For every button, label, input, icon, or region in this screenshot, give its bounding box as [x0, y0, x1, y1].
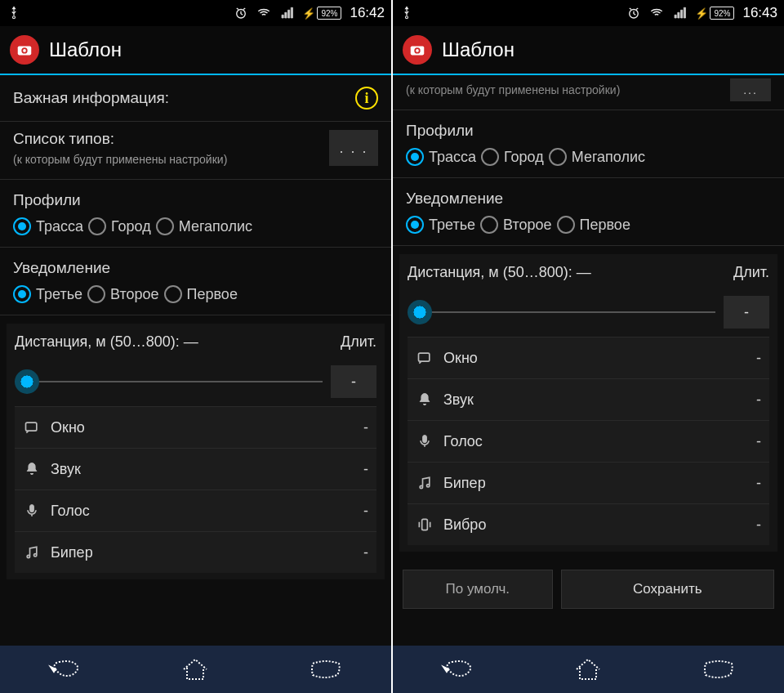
nav-back[interactable]	[41, 653, 90, 686]
slider-thumb[interactable]	[15, 369, 39, 394]
radio-third[interactable]: Третье	[406, 216, 475, 234]
list-item-value: -	[363, 503, 368, 520]
content-area: Важная информация: i Список типов: (к ко…	[0, 75, 391, 646]
status-bar: ⚡ 92% 16:42	[0, 0, 391, 26]
nav-home[interactable]	[171, 653, 220, 686]
list-item-value: -	[363, 419, 368, 436]
radio-label: Второе	[110, 286, 159, 303]
list-item-value: -	[756, 475, 761, 492]
list-item-beeper[interactable]: Бипер -	[408, 462, 769, 503]
radio-first[interactable]: Первое	[557, 216, 630, 234]
signal-icon	[672, 6, 687, 20]
list-item-window[interactable]: Окно -	[408, 337, 769, 378]
list-item-label: Вибро	[443, 516, 486, 534]
nav-home[interactable]	[564, 653, 612, 686]
save-button[interactable]: Сохранить	[561, 570, 774, 609]
slider-thumb[interactable]	[408, 300, 432, 324]
radio-megapolis[interactable]: Мегаполис	[549, 148, 645, 166]
radio-label: Первое	[580, 217, 630, 234]
list-item-voice[interactable]: Голос -	[408, 420, 769, 462]
nav-recent[interactable]	[694, 653, 743, 686]
radio-gorod[interactable]: Город	[88, 217, 151, 235]
list-item-beeper[interactable]: Бипер -	[15, 531, 376, 573]
distance-label: Дистанция, м (50…800): —	[408, 264, 733, 281]
app-title: Шаблон	[49, 38, 122, 61]
list-item-vibro[interactable]: Вибро -	[408, 503, 769, 545]
app-bar: Шаблон	[393, 26, 784, 75]
important-info-label: Важная информация:	[13, 89, 169, 107]
battery-level: 92%	[317, 7, 341, 20]
signal-icon	[279, 6, 294, 20]
radio-third[interactable]: Третье	[13, 285, 82, 303]
notification-label: Уведомление	[393, 178, 784, 216]
app-icon	[403, 35, 432, 65]
radio-second[interactable]: Второе	[87, 285, 159, 303]
radio-label: Город	[504, 149, 544, 166]
type-list-subtitle: (к которым будут применены настройки)	[406, 83, 620, 96]
list-item-value: -	[756, 391, 761, 409]
notification-radio-group: Третье Второе Первое	[0, 285, 391, 315]
wifi-icon	[649, 6, 664, 20]
radio-megapolis[interactable]: Мегаполис	[156, 217, 252, 235]
radio-label: Второе	[503, 217, 552, 234]
mic-icon	[23, 502, 41, 520]
music-icon	[416, 474, 434, 492]
distance-label: Дистанция, м (50…800): —	[15, 333, 341, 351]
type-list-button[interactable]: . . .	[329, 130, 378, 166]
list-item-label: Бипер	[51, 544, 93, 561]
distance-block: Дистанция, м (50…800): — Длит. - Окно -	[7, 324, 385, 579]
svg-rect-11	[423, 436, 427, 443]
phone-right: ⚡ 92% 16:43 Шаблон (к которым будут прим…	[393, 0, 784, 693]
radio-first[interactable]: Первое	[164, 285, 238, 303]
list-item-label: Звук	[443, 391, 474, 409]
type-list-row-partial[interactable]: (к которым будут применены настройки) ..…	[393, 75, 784, 110]
alarm-icon	[626, 6, 641, 20]
radio-label: Город	[111, 218, 151, 235]
profiles-radio-group: Трасса Город Мегаполис	[0, 217, 391, 248]
radio-trassa[interactable]: Трасса	[13, 217, 83, 235]
clock: 16:43	[742, 5, 777, 21]
radio-trassa[interactable]: Трасса	[406, 148, 476, 166]
svg-point-9	[416, 49, 419, 52]
nav-recent[interactable]	[301, 653, 350, 686]
profiles-radio-group: Трасса Город Мегаполис	[393, 148, 784, 178]
radio-label: Мегаполис	[179, 218, 252, 235]
svg-rect-12	[422, 519, 428, 530]
default-button[interactable]: По умолч.	[403, 570, 553, 609]
svg-rect-5	[30, 505, 34, 512]
radio-gorod[interactable]: Город	[481, 148, 544, 166]
duration-value[interactable]: -	[331, 365, 376, 398]
button-row: По умолч. Сохранить	[393, 560, 784, 619]
app-bar: Шаблон	[0, 26, 391, 75]
bell-icon	[23, 460, 41, 478]
distance-slider[interactable]	[408, 311, 715, 313]
list-item-window[interactable]: Окно -	[15, 406, 376, 448]
list-item-label: Голос	[443, 433, 483, 450]
distance-slider[interactable]	[15, 381, 323, 382]
type-list-title: Список типов:	[13, 130, 329, 148]
type-list-row[interactable]: Список типов: (к которым будут применены…	[0, 122, 391, 180]
radio-second[interactable]: Второе	[480, 216, 552, 234]
alarm-icon	[234, 6, 248, 20]
music-icon	[23, 543, 41, 561]
list-item-value: -	[363, 461, 368, 478]
info-icon[interactable]: i	[355, 87, 378, 110]
clock: 16:42	[350, 5, 385, 21]
list-item-label: Звук	[51, 461, 81, 478]
important-info-row[interactable]: Важная информация: i	[0, 75, 391, 122]
duration-value[interactable]: -	[724, 296, 769, 329]
list-item-value: -	[756, 433, 761, 450]
svg-point-3	[23, 49, 26, 52]
list-item-sound[interactable]: Звук -	[408, 378, 769, 420]
type-list-button[interactable]: ...	[730, 78, 771, 101]
radio-label: Третье	[429, 217, 475, 234]
usb-icon	[7, 6, 21, 20]
svg-rect-4	[26, 423, 37, 431]
nav-back[interactable]	[434, 653, 483, 686]
list-item-value: -	[363, 544, 368, 561]
list-item-voice[interactable]: Голос -	[15, 490, 376, 531]
usb-icon	[399, 6, 414, 20]
list-item-label: Окно	[443, 350, 478, 367]
radio-label: Трасса	[36, 218, 83, 235]
list-item-sound[interactable]: Звук -	[15, 448, 376, 490]
